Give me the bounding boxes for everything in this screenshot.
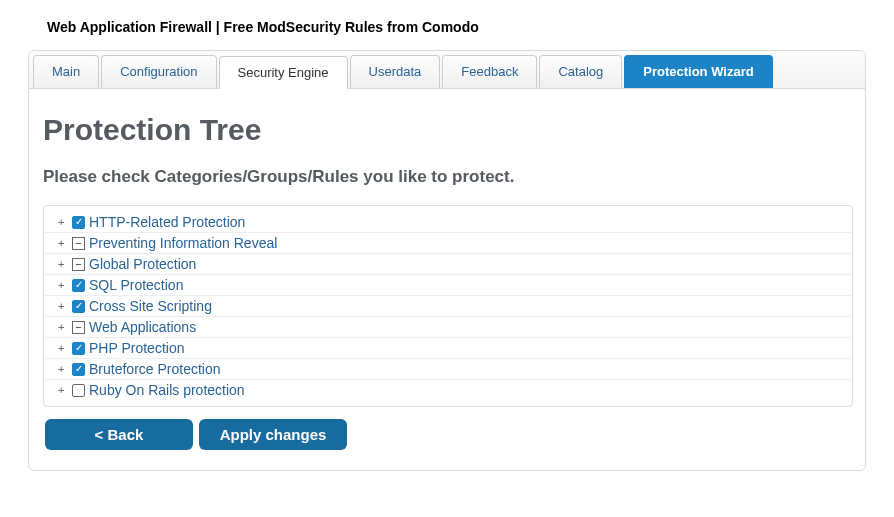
tree-row: +PHP Protection [44,338,852,359]
tree-checkbox[interactable] [72,216,85,229]
tree-item-label[interactable]: SQL Protection [89,277,183,293]
tree-statebox[interactable]: − [72,237,85,250]
tabs-bar: MainConfigurationSecurity EngineUserdata… [29,51,865,89]
back-button[interactable]: < Back [45,419,193,450]
expand-icon[interactable]: + [58,384,72,396]
tab-catalog[interactable]: Catalog [539,55,622,88]
tree-checkbox[interactable] [72,279,85,292]
section-subheading: Please check Categories/Groups/Rules you… [43,167,853,187]
button-row: < Back Apply changes [43,419,853,450]
tab-userdata[interactable]: Userdata [350,55,441,88]
tab-configuration[interactable]: Configuration [101,55,216,88]
section-heading: Protection Tree [43,113,853,147]
main-panel: MainConfigurationSecurity EngineUserdata… [28,50,866,471]
tree-item-label[interactable]: PHP Protection [89,340,184,356]
tree-checkbox[interactable] [72,300,85,313]
expand-icon[interactable]: + [58,363,72,375]
tree-item-label[interactable]: Preventing Information Reveal [89,235,277,251]
tab-feedback[interactable]: Feedback [442,55,537,88]
expand-icon[interactable]: + [58,321,72,333]
page-title: Web Application Firewall | Free ModSecur… [0,0,894,35]
tree-item-label[interactable]: Ruby On Rails protection [89,382,245,398]
tree-item-label[interactable]: HTTP-Related Protection [89,214,245,230]
tree-row: +SQL Protection [44,275,852,296]
tree-item-label[interactable]: Bruteforce Protection [89,361,221,377]
tree-row: +−Global Protection [44,254,852,275]
tree-item-label[interactable]: Cross Site Scripting [89,298,212,314]
tab-protection-wizard[interactable]: Protection Wizard [624,55,772,88]
expand-icon[interactable]: + [58,300,72,312]
tree-row: +−Web Applications [44,317,852,338]
tree-statebox[interactable]: − [72,258,85,271]
apply-changes-button[interactable]: Apply changes [199,419,347,450]
content-area: Protection Tree Please check Categories/… [29,89,865,460]
tree-checkbox[interactable] [72,342,85,355]
tree-row: +Bruteforce Protection [44,359,852,380]
tab-main[interactable]: Main [33,55,99,88]
tree-row: +Ruby On Rails protection [44,380,852,400]
tab-security-engine[interactable]: Security Engine [219,56,348,89]
tree-checkbox[interactable] [72,363,85,376]
tree-item-label[interactable]: Web Applications [89,319,196,335]
expand-icon[interactable]: + [58,237,72,249]
tree-row: +−Preventing Information Reveal [44,233,852,254]
expand-icon[interactable]: + [58,279,72,291]
tree-statebox[interactable]: − [72,321,85,334]
protection-tree: +HTTP-Related Protection+−Preventing Inf… [43,205,853,407]
tree-checkbox[interactable] [72,384,85,397]
expand-icon[interactable]: + [58,342,72,354]
expand-icon[interactable]: + [58,258,72,270]
tree-row: +HTTP-Related Protection [44,212,852,233]
tree-row: +Cross Site Scripting [44,296,852,317]
expand-icon[interactable]: + [58,216,72,228]
tree-item-label[interactable]: Global Protection [89,256,196,272]
